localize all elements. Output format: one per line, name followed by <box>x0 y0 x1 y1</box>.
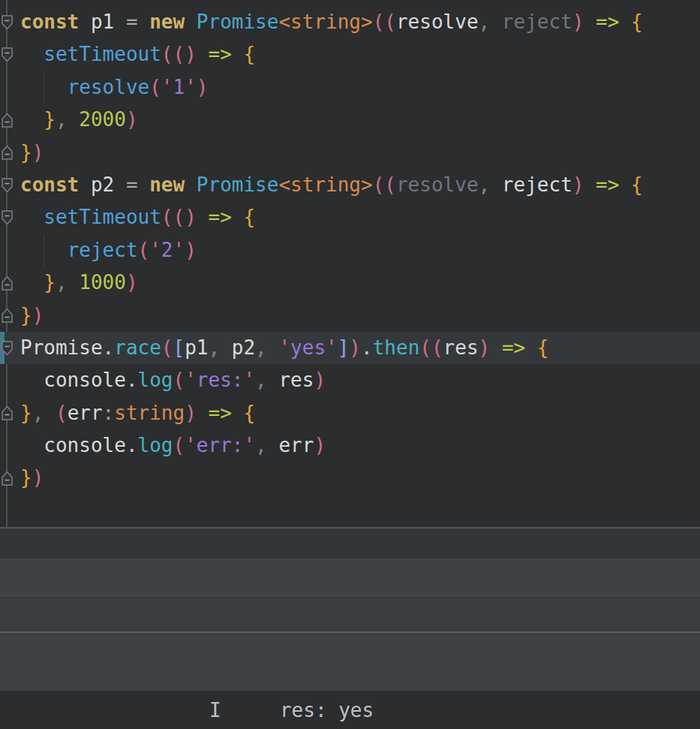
code-token <box>232 402 244 424</box>
code-token: , <box>56 108 68 131</box>
code-token: reject <box>502 173 572 196</box>
code-token: } <box>44 108 56 131</box>
code-token <box>267 336 279 359</box>
fold-down-marker[interactable] <box>0 38 20 71</box>
fold-up-marker[interactable] <box>0 104 20 136</box>
code-token <box>232 206 244 228</box>
code-line[interactable]: const p1 = new Promise<string>((resolve,… <box>0 6 700 38</box>
fold-down-marker[interactable] <box>0 169 20 201</box>
gutter-cell <box>0 364 20 396</box>
code-line[interactable]: resolve('1') <box>0 71 700 104</box>
code-token: ) <box>32 304 44 327</box>
code-line[interactable]: }, 2000) <box>0 104 700 136</box>
fold-up-marker[interactable] <box>0 137 20 169</box>
code-token: resolve <box>68 76 150 98</box>
code-token: reject <box>68 239 138 261</box>
code-token: { <box>537 336 549 359</box>
indent-guide <box>44 71 44 104</box>
code-token: setTimeout <box>44 206 161 228</box>
code-token: , <box>56 271 68 294</box>
code-line[interactable]: Promise.race([p1, p2, 'yes']).then((res)… <box>0 332 700 364</box>
code-token: ' <box>161 76 173 98</box>
code-token <box>525 336 537 359</box>
code-token: { <box>631 173 643 196</box>
code-token: } <box>20 466 32 489</box>
code-token: ' <box>185 369 197 391</box>
fold-up-marker[interactable] <box>0 300 20 332</box>
code-token: ] <box>338 336 350 359</box>
code-token: ) <box>126 108 138 131</box>
code-token <box>20 206 44 228</box>
code-line[interactable]: reject('2') <box>0 234 700 267</box>
code-token: ' <box>326 336 338 359</box>
code-token: ( <box>149 76 161 98</box>
code-token: ' <box>243 369 255 391</box>
code-line[interactable]: }, (err:string) => { <box>0 397 700 429</box>
code-token: ) <box>126 271 138 294</box>
console-output[interactable]: I res: yes <box>0 691 700 729</box>
code-line[interactable]: console.log('err:', err) <box>0 429 700 462</box>
fold-down-marker[interactable] <box>0 201 20 233</box>
code-token <box>68 271 80 294</box>
fold-down-marker[interactable] <box>0 332 20 364</box>
code-editor[interactable]: const p1 = new Promise<string>((resolve,… <box>0 0 700 527</box>
code-line[interactable]: }) <box>0 462 700 494</box>
code-text: }, 1000) <box>20 267 138 299</box>
code-token: 2 <box>161 239 173 261</box>
code-token <box>267 434 279 456</box>
fold-up-marker[interactable] <box>0 397 20 429</box>
code-token: ( <box>173 434 185 456</box>
console-toolbar: Debug <box>0 631 700 691</box>
code-token: string <box>114 402 185 424</box>
code-token: => <box>208 402 231 424</box>
code-token: ' <box>185 434 197 456</box>
code-token: ' <box>149 239 161 261</box>
code-token: ) <box>197 76 209 98</box>
code-token: , <box>255 434 267 456</box>
console-log-line: I res: yes <box>0 699 374 721</box>
code-line[interactable]: console.log('res:', res) <box>0 364 700 396</box>
code-token: Promise <box>20 336 103 359</box>
fold-down-marker[interactable] <box>0 6 20 38</box>
fold-up-marker[interactable] <box>0 462 20 494</box>
code-token: [ <box>173 336 185 359</box>
code-token <box>20 369 44 391</box>
code-line[interactable]: setTimeout(() => { <box>0 201 700 233</box>
code-line[interactable]: }) <box>0 300 700 332</box>
code-token: ) <box>314 369 326 391</box>
code-token: (( <box>419 336 443 359</box>
code-token <box>138 173 150 196</box>
code-token <box>44 402 56 424</box>
code-token: { <box>243 43 255 65</box>
code-token: resolve <box>396 11 479 33</box>
panel-gap-lower <box>0 595 700 631</box>
code-token: , <box>479 11 491 33</box>
code-token <box>619 173 631 196</box>
code-token: ) <box>185 402 197 424</box>
code-line[interactable]: setTimeout(() => { <box>0 38 700 71</box>
fold-up-marker[interactable] <box>0 267 20 299</box>
code-token: 1000 <box>79 271 126 294</box>
code-text: }) <box>20 137 44 169</box>
code-text: }, (err:string) => { <box>20 397 255 429</box>
code-token: = <box>126 173 138 196</box>
code-token: => <box>596 11 619 33</box>
code-text: setTimeout(() => { <box>20 38 255 71</box>
code-token: setTimeout <box>44 43 161 65</box>
code-line[interactable]: }, 1000) <box>0 267 700 299</box>
code-token: . <box>361 336 373 359</box>
code-token: ( <box>138 239 150 261</box>
code-token: , <box>479 173 491 196</box>
code-line[interactable]: }) <box>0 137 700 169</box>
code-text: const p1 = new Promise<string>((resolve,… <box>20 6 643 38</box>
code-token: p2 <box>91 173 114 196</box>
code-line[interactable]: const p2 = new Promise<string>((resolve,… <box>0 169 700 201</box>
code-token: log <box>138 434 173 456</box>
code-token: => <box>208 43 231 65</box>
code-token <box>490 173 502 196</box>
code-text: const p2 = new Promise<string>((resolve,… <box>20 169 643 201</box>
code-token <box>20 43 44 65</box>
code-token: } <box>20 402 32 424</box>
code-token: ' <box>278 336 290 359</box>
code-token <box>490 11 502 33</box>
